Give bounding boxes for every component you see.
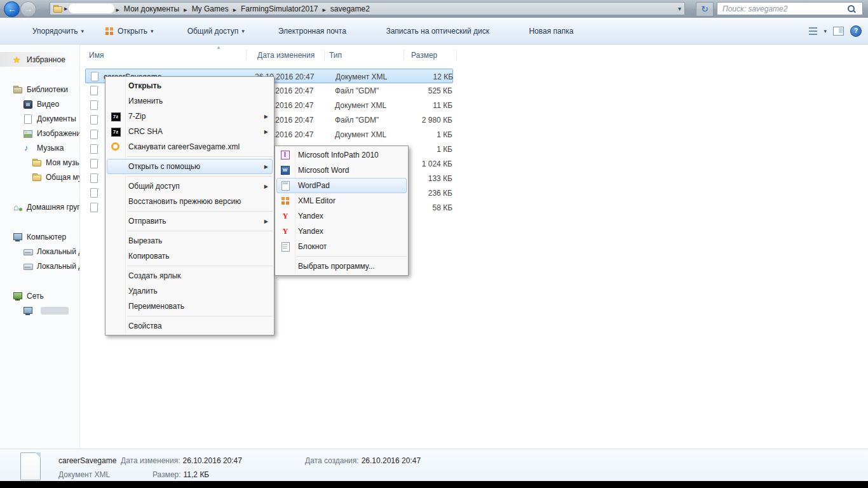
context-menu-item[interactable]: Восстановить прежнюю версию▶	[107, 194, 273, 209]
menu-separator	[127, 176, 273, 177]
sidebar-item[interactable]: Видео	[0, 97, 79, 111]
forward-arrow-icon: →	[24, 4, 32, 14]
address-dropdown-icon[interactable]: ▾	[678, 5, 681, 12]
address-bar: ← → ▶ ▶Мои документы▶My Games▶FarmingSim…	[0, 0, 868, 18]
sidebar-item-icon	[23, 99, 33, 109]
search-input[interactable]: Поиск: savegame2	[717, 2, 863, 15]
toolbar-button-icon	[515, 26, 526, 36]
sidebar-item-label: Изображения	[37, 129, 79, 138]
refresh-button[interactable]: ↻	[696, 2, 714, 17]
menu-item-icon	[111, 321, 121, 331]
breadcrumb-segment[interactable]: savegame2	[327, 4, 373, 13]
submenu-item[interactable]: XML Editor▶	[276, 193, 407, 208]
sidebar-item-label: Компьютер	[27, 233, 66, 241]
toolbar-button[interactable]: Упорядочить▾	[19, 26, 84, 36]
context-menu-item[interactable]: Вырезать▶	[107, 233, 273, 248]
details-created: Дата создания:26.10.2016 20:47	[305, 456, 421, 465]
submenu-item[interactable]: Yandex▶	[276, 208, 407, 224]
search-icon	[848, 5, 855, 12]
chevron-down-icon: ▾	[151, 28, 154, 34]
menu-item-icon	[111, 181, 121, 191]
sidebar-item-icon	[13, 85, 23, 95]
sidebar-item-icon	[13, 55, 23, 65]
toolbar-button-label: Открыть	[118, 27, 147, 36]
help-icon[interactable]: ?	[850, 25, 862, 37]
sidebar-item[interactable]	[0, 303, 79, 318]
context-menu-item[interactable]: Свойства▶	[107, 318, 273, 334]
sidebar-item[interactable]: Моя музыка	[0, 155, 79, 170]
toolbar-button[interactable]: Новая папка▾	[515, 26, 579, 36]
sidebar-item-icon	[23, 114, 33, 124]
toolbar-button-icon	[372, 26, 383, 36]
details-modified-label: Дата изменения:	[121, 456, 180, 465]
context-menu-item[interactable]: Удалить▶	[107, 283, 273, 299]
preview-pane-icon[interactable]	[833, 27, 844, 36]
context-menu-item[interactable]: Общий доступ▶	[107, 179, 273, 194]
context-menu-item[interactable]: Переименовать▶	[107, 299, 273, 314]
submenu-item[interactable]: Yandex▶	[276, 224, 407, 239]
context-menu-item[interactable]: Копировать▶	[107, 248, 273, 264]
context-menu-item[interactable]: CRC SHA▶	[107, 124, 273, 139]
column-header-size[interactable]: Размер	[411, 51, 437, 60]
context-menu-item[interactable]: Открыть с помощью▶	[107, 159, 273, 174]
submenu-item[interactable]: Microsoft Word▶	[276, 163, 407, 178]
context-menu-item[interactable]: Отправить▶	[107, 214, 273, 229]
sidebar-item-label: Локальный диск	[37, 262, 79, 271]
sidebar-item-icon	[13, 232, 23, 242]
context-menu-item[interactable]: Открыть▶	[107, 78, 273, 93]
sidebar-item[interactable]: Изображения	[0, 126, 79, 140]
menu-item-icon	[111, 251, 121, 261]
sidebar-item[interactable]: Общая музыка	[0, 170, 79, 184]
toolbar-button[interactable]: Открыть▾	[104, 26, 154, 36]
submenu-item[interactable]: Блокнот▶	[276, 239, 407, 254]
menu-item-icon	[111, 196, 121, 207]
toolbar-button[interactable]: Общий доступ▾	[174, 26, 245, 36]
details-created-label: Дата создания:	[305, 456, 359, 465]
breadcrumb[interactable]: ▶ ▶Мои документы▶My Games▶FarmingSimulat…	[50, 2, 685, 15]
sidebar-item[interactable]: Домашняя группа	[0, 200, 79, 214]
context-menu-item[interactable]: Создать ярлык▶	[107, 268, 273, 283]
sidebar-item-label: Локальный диск	[37, 247, 79, 256]
column-header-date[interactable]: Дата изменения	[257, 51, 315, 60]
sidebar-item[interactable]: Музыка	[0, 140, 79, 155]
menu-item-icon	[280, 196, 290, 206]
sidebar-item[interactable]: Компьютер	[0, 229, 79, 244]
submenu-item[interactable]: Выбрать программу...▶	[276, 259, 407, 274]
sidebar-item[interactable]: Библиотеки	[0, 82, 79, 97]
back-button[interactable]: ←	[4, 1, 20, 17]
details-file-type: Документ XML	[58, 470, 110, 479]
column-header-name[interactable]: Имя	[89, 51, 104, 60]
context-menu-item[interactable]: 7-Zip▶	[107, 109, 273, 124]
breadcrumb-segment[interactable]: Мои документы	[121, 4, 182, 13]
sidebar-item[interactable]: Локальный диск	[0, 259, 79, 273]
sidebar-item-label: Видео	[37, 100, 59, 109]
context-menu-item[interactable]: Изменить▶	[107, 93, 273, 109]
menu-separator	[127, 156, 273, 157]
breadcrumb-segment[interactable]: FarmingSimulator2017	[238, 4, 321, 13]
censored-label	[41, 307, 69, 315]
toolbar-button[interactable]: Электронная почта▾	[265, 26, 353, 36]
menu-separator	[127, 316, 273, 316]
breadcrumb-segment[interactable]: My Games	[189, 4, 232, 13]
menu-item-icon	[280, 211, 290, 221]
forward-button[interactable]: →	[20, 1, 36, 17]
sidebar-item-icon	[32, 158, 42, 168]
document-icon	[89, 85, 99, 95]
views-dropdown-icon[interactable]: ▾	[824, 28, 827, 34]
submenu-item[interactable]: WordPad▶	[276, 178, 407, 193]
breadcrumb-separator-icon: ▶	[63, 6, 69, 11]
views-icon[interactable]	[809, 27, 817, 35]
censored-user-segment	[69, 4, 114, 13]
submenu-item[interactable]: Microsoft InfoPath 2010▶	[276, 147, 407, 163]
column-header-type[interactable]: Тип	[329, 51, 342, 60]
sidebar-item[interactable]: Локальный диск	[0, 244, 79, 259]
sidebar-item[interactable]: Избранное	[0, 52, 79, 67]
context-menu-item[interactable]: Сканувати careerSavegame.xml▶	[107, 139, 273, 154]
file-size: 12 КБ	[360, 72, 453, 81]
sidebar-item[interactable]: Сеть	[0, 288, 79, 303]
menu-item-label: Microsoft Word	[298, 166, 349, 175]
sidebar-item-icon	[23, 128, 33, 139]
menu-item-icon	[111, 142, 121, 152]
sidebar-item[interactable]: Документы	[0, 111, 79, 126]
toolbar-button[interactable]: Записать на оптический диск▾	[372, 26, 495, 36]
